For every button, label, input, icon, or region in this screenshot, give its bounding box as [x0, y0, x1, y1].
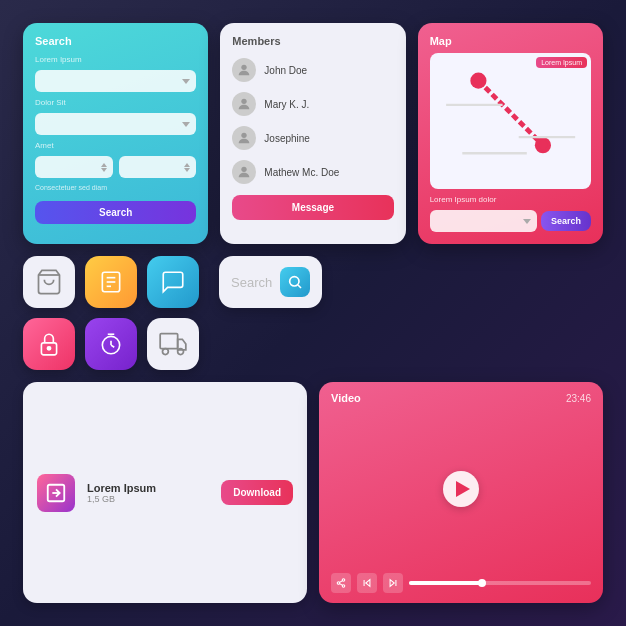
avatar-1	[232, 58, 256, 82]
progress-bar[interactable]	[409, 581, 591, 585]
search-card-title: Search	[35, 35, 196, 47]
search-input-4[interactable]	[119, 156, 197, 178]
map-input[interactable]	[430, 210, 537, 232]
map-search-button[interactable]: Search	[541, 211, 591, 231]
search-button[interactable]: Search	[35, 201, 196, 224]
download-card: Lorem Ipsum 1,5 GB Download	[23, 382, 307, 603]
svg-marker-34	[390, 580, 394, 587]
icon-grid	[23, 256, 199, 370]
avatar-3	[232, 126, 256, 150]
search-card: Search Lorem Ipsum Dolor Sit Amet	[23, 23, 208, 244]
search-icon-button[interactable]	[280, 267, 310, 297]
chevron-updown-icon	[101, 163, 107, 172]
svg-rect-20	[160, 334, 178, 349]
video-title: Video	[331, 392, 361, 404]
timer-button[interactable]	[85, 318, 137, 370]
bottom-row: Lorem Ipsum 1,5 GB Download Video 23:46	[23, 382, 603, 603]
member-name-1: John Doe	[264, 65, 307, 76]
cart-button[interactable]	[23, 256, 75, 308]
svg-line-30	[340, 584, 343, 586]
forward-button[interactable]	[383, 573, 403, 593]
chat-button[interactable]	[147, 256, 199, 308]
svg-line-18	[111, 345, 114, 347]
svg-point-2	[242, 133, 247, 138]
member-item: John Doe	[232, 55, 393, 85]
top-row: Search Lorem Ipsum Dolor Sit Amet	[23, 23, 603, 244]
svg-line-24	[298, 285, 301, 288]
search-input-1[interactable]	[35, 70, 196, 92]
map-title: Map	[430, 35, 591, 47]
member-name-2: Mary K. J.	[264, 99, 309, 110]
play-icon	[456, 481, 470, 497]
svg-point-21	[163, 349, 169, 355]
search-input-2[interactable]	[35, 113, 196, 135]
chevron-down-icon-2	[182, 122, 190, 127]
video-time: 23:46	[566, 393, 591, 404]
search-placeholder-label: Lorem Ipsum	[35, 55, 196, 64]
members-title: Members	[232, 35, 393, 47]
svg-point-28	[337, 582, 340, 585]
video-controls	[331, 573, 591, 593]
svg-point-3	[242, 167, 247, 172]
avatar-4	[232, 160, 256, 184]
map-bottom-label: Lorem Ipsum dolor	[430, 195, 591, 204]
middle-row: Search	[23, 256, 603, 370]
progress-dot	[478, 579, 486, 587]
map-label: Lorem Ipsum	[536, 57, 587, 68]
download-title: Lorem Ipsum	[87, 482, 209, 494]
svg-line-31	[340, 581, 343, 583]
share-button[interactable]	[331, 573, 351, 593]
member-item: Josephine	[232, 123, 393, 153]
chevron-down-icon-map	[523, 219, 531, 224]
members-card: Members John Doe Mary K. J. Josephine	[220, 23, 405, 244]
chevron-updown-icon-2	[184, 163, 190, 172]
truck-button[interactable]	[147, 318, 199, 370]
download-info: Lorem Ipsum 1,5 GB	[87, 482, 209, 504]
main-container: Search Lorem Ipsum Dolor Sit Amet	[23, 23, 603, 603]
member-name-3: Josephine	[264, 133, 310, 144]
search-bar-text: Search	[231, 275, 272, 290]
lock-button[interactable]	[23, 318, 75, 370]
svg-point-15	[47, 347, 50, 350]
video-header: Video 23:46	[331, 392, 591, 404]
search-input-3[interactable]	[35, 156, 113, 178]
chevron-down-icon	[182, 79, 190, 84]
rewind-button[interactable]	[357, 573, 377, 593]
svg-point-1	[242, 99, 247, 104]
member-name-4: Mathew Mc. Doe	[264, 167, 339, 178]
video-card: Video 23:46	[319, 382, 603, 603]
bottom-inputs	[35, 156, 196, 178]
progress-fill	[409, 581, 482, 585]
map-card: Map Lorem Ipsum Lorem	[418, 23, 603, 244]
download-icon	[37, 474, 75, 512]
video-screen	[331, 410, 591, 567]
avatar-2	[232, 92, 256, 116]
message-button[interactable]: Message	[232, 195, 393, 220]
svg-point-0	[242, 65, 247, 70]
map-area: Lorem Ipsum	[430, 53, 591, 189]
search-label4: Consectetuer sed diam	[35, 184, 196, 191]
svg-marker-32	[366, 580, 370, 587]
svg-point-23	[290, 277, 299, 286]
search-bar: Search	[219, 256, 322, 308]
svg-point-27	[342, 579, 345, 582]
download-button[interactable]: Download	[221, 480, 293, 505]
map-input-row: Search	[430, 210, 591, 232]
member-item: Mary K. J.	[232, 89, 393, 119]
map-svg	[430, 53, 591, 189]
svg-point-22	[178, 349, 184, 355]
note-button[interactable]	[85, 256, 137, 308]
play-button[interactable]	[443, 471, 479, 507]
search-label3: Amet	[35, 141, 196, 150]
svg-point-29	[342, 585, 345, 588]
search-label2: Dolor Sit	[35, 98, 196, 107]
download-size: 1,5 GB	[87, 494, 209, 504]
member-item: Mathew Mc. Doe	[232, 157, 393, 187]
